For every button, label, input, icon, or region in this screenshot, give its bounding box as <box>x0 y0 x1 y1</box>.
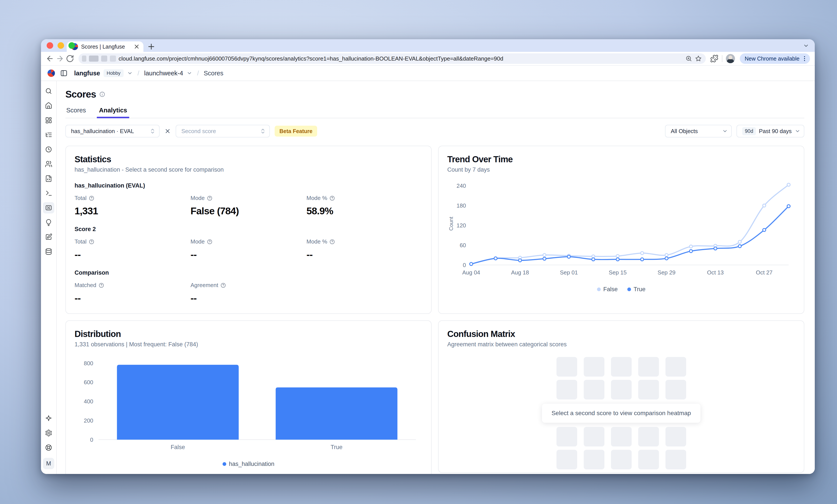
metric-value: -- <box>191 249 306 260</box>
toolbar-divider <box>722 55 722 62</box>
clear-score-filter-button[interactable] <box>164 128 171 134</box>
sidebar-item-search[interactable] <box>43 86 54 97</box>
minimize-window-button[interactable] <box>57 42 64 49</box>
distribution-subtitle: 1,331 observations | Most frequent: Fals… <box>74 341 423 348</box>
url-text[interactable]: cloud.langfuse.com/project/cmhnuoj660007… <box>119 55 683 62</box>
sidebar-item-dashboards[interactable] <box>43 115 54 126</box>
tab-search-icon[interactable] <box>803 43 809 49</box>
sidebar-item-settings[interactable] <box>43 427 54 438</box>
forward-icon[interactable] <box>56 54 64 63</box>
tab-close-icon[interactable] <box>133 43 140 50</box>
placeholder-row <box>556 357 686 377</box>
svg-text:800: 800 <box>84 360 93 366</box>
sidebar-item-tracing[interactable] <box>43 129 54 141</box>
app-header: langfuse Hobby / launchweek-4 / Scores <box>41 66 815 81</box>
zoom-icon[interactable] <box>685 55 692 62</box>
metric-value: -- <box>306 249 423 260</box>
gear-icon <box>45 429 52 437</box>
legend-item[interactable]: has_hallucination <box>222 461 274 467</box>
help-circle-icon[interactable] <box>220 282 226 288</box>
score2-select[interactable]: Second score <box>176 125 270 137</box>
metric-cohens-kappa: Cohen's κ -- <box>191 313 306 314</box>
maximize-window-button[interactable] <box>68 42 75 49</box>
sidebar-item-users[interactable] <box>43 158 54 170</box>
org-chevron-down-icon[interactable] <box>127 70 133 76</box>
legend-item[interactable]: True <box>627 286 646 293</box>
sidebar-item-prompts[interactable] <box>43 173 54 184</box>
help-circle-icon[interactable] <box>330 195 335 201</box>
lifebuoy-icon <box>45 444 52 451</box>
metric-value: 58.9% <box>306 205 423 217</box>
score1-value: has_hallucination · EVAL <box>71 128 134 135</box>
metric-label: Mode <box>191 195 205 202</box>
tab-analytics[interactable]: Analytics <box>98 107 128 118</box>
address-bar[interactable]: cloud.langfuse.com/project/cmhnuoj660007… <box>78 53 706 64</box>
date-range-select[interactable]: 90d Past 90 days <box>736 125 804 137</box>
window-controls <box>47 42 75 49</box>
extensions-puzzle-icon[interactable] <box>710 54 718 63</box>
sidebar-item-support[interactable] <box>43 442 54 453</box>
terminal-icon <box>45 189 52 197</box>
legend-item[interactable]: False <box>597 286 618 293</box>
help-circle-icon[interactable] <box>330 239 335 245</box>
sidebar-item-annotation[interactable] <box>43 231 54 243</box>
sidebar-item-evaluators[interactable] <box>43 217 54 228</box>
svg-text:False: False <box>171 444 185 450</box>
square-pen-icon <box>45 233 52 241</box>
score1-select[interactable]: has_hallucination · EVAL <box>66 125 160 137</box>
metric-label: Total <box>74 238 87 245</box>
reload-icon[interactable] <box>66 54 74 63</box>
project-chevron-down-icon[interactable] <box>186 70 192 76</box>
svg-text:0: 0 <box>90 437 93 443</box>
sidebar-toggle-icon[interactable] <box>60 70 68 77</box>
metric-matched: Matched -- <box>74 282 191 304</box>
project-name[interactable]: launchweek-4 <box>144 70 183 77</box>
help-circle-icon[interactable] <box>89 195 94 201</box>
chevrons-up-down-icon <box>149 128 156 134</box>
browser-window: Scores | Langfuse <box>41 39 815 474</box>
sidebar-item-datasets[interactable] <box>43 246 54 257</box>
object-type-select[interactable]: All Objects <box>665 125 732 137</box>
sidebar-item-home[interactable] <box>43 100 54 111</box>
browser-tab[interactable]: Scores | Langfuse <box>67 41 143 52</box>
sidebar-item-whats-new[interactable] <box>43 413 54 424</box>
metric-label: Mode <box>191 238 205 245</box>
chrome-update-chip[interactable]: New Chrome available <box>740 53 810 64</box>
statistics-card: Statistics has_hallucination - Select a … <box>66 146 431 314</box>
org-name[interactable]: langfuse <box>74 70 100 77</box>
info-icon[interactable] <box>99 91 105 97</box>
range-value: Past 90 days <box>759 128 792 135</box>
back-icon[interactable] <box>46 54 54 63</box>
help-circle-icon[interactable] <box>207 239 213 245</box>
tab-scores[interactable]: Scores <box>66 107 87 118</box>
profile-avatar[interactable] <box>726 54 735 63</box>
stat-section-heading: has_hallucination (EVAL) <box>74 182 423 189</box>
chrome-update-label: New Chrome available <box>745 56 800 62</box>
new-tab-button[interactable] <box>147 42 156 51</box>
bookmark-star-icon[interactable] <box>695 55 702 62</box>
trend-subtitle: Count by 7 days <box>447 166 795 173</box>
sidebar-item-playground[interactable] <box>43 188 54 199</box>
svg-text:Sep 01: Sep 01 <box>560 269 578 276</box>
svg-text:180: 180 <box>457 203 466 209</box>
trend-legend: FalseTrue <box>447 286 795 293</box>
sidebar-item-sessions[interactable] <box>43 144 54 155</box>
object-type-value: All Objects <box>671 128 698 135</box>
help-circle-icon[interactable] <box>89 239 94 245</box>
help-circle-icon[interactable] <box>99 282 104 288</box>
user-avatar[interactable]: M <box>43 458 54 469</box>
metric-value: -- <box>191 293 306 304</box>
plan-badge: Hobby <box>104 69 124 77</box>
breadcrumb-section: Scores <box>203 70 223 77</box>
sidebar-item-scores[interactable] <box>43 202 54 213</box>
metric-label: Mode % <box>306 195 327 202</box>
metric-mode-pct-2: Mode % -- <box>306 238 423 260</box>
svg-text:600: 600 <box>84 379 93 385</box>
browser-menu-icon[interactable] <box>801 55 808 62</box>
users-icon <box>45 160 52 168</box>
svg-text:240: 240 <box>457 183 466 189</box>
help-circle-icon[interactable] <box>207 195 213 201</box>
svg-text:120: 120 <box>457 222 466 228</box>
close-window-button[interactable] <box>47 42 53 49</box>
scores-percent-icon <box>45 204 52 211</box>
